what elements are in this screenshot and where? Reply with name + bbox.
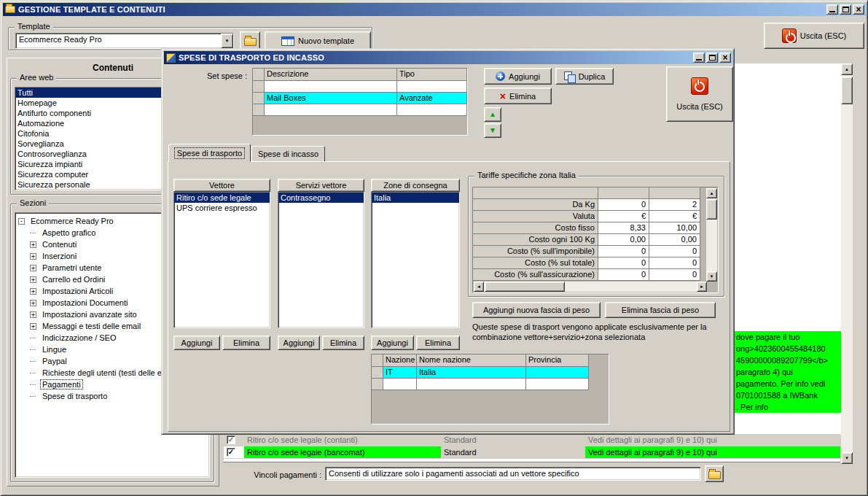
tariffe-value-cell[interactable]: 8,33 bbox=[598, 222, 649, 234]
tree-collapse-icon[interactable]: - bbox=[18, 218, 25, 225]
column-header-descrizione[interactable]: Descrizione bbox=[265, 69, 397, 81]
set-descrizione-cell[interactable]: Mail Boxes bbox=[265, 93, 397, 104]
zone-listbox[interactable]: Italia bbox=[371, 192, 460, 328]
zone-aggiungi-button[interactable]: Aggiungi bbox=[371, 336, 414, 350]
tariffe-vscrollbar[interactable]: ▲ ▼ bbox=[706, 188, 717, 282]
tree-expand-icon[interactable]: + bbox=[30, 288, 36, 295]
checkbox-checked-icon[interactable]: ✓ bbox=[227, 448, 235, 457]
scroll-right-button[interactable]: ► bbox=[697, 282, 707, 292]
dialog-close-button[interactable]: × bbox=[719, 53, 731, 63]
scroll-thumb[interactable] bbox=[841, 77, 853, 104]
dialog-exit-button[interactable]: Uscita (ESC) bbox=[666, 66, 733, 122]
set-spese-grid[interactable]: Descrizione Tipo Mail Boxes Avanzate bbox=[252, 68, 468, 136]
tariffe-value-cell[interactable]: € bbox=[649, 211, 700, 222]
close-button[interactable]: × bbox=[853, 4, 864, 15]
maximize-button[interactable] bbox=[840, 4, 851, 15]
main-exit-button[interactable]: Uscita (ESC) bbox=[764, 23, 864, 49]
tariffe-value-cell[interactable]: 0,00 bbox=[649, 234, 700, 246]
tariffe-value-cell[interactable]: 0 bbox=[649, 269, 700, 281]
provincia-cell[interactable] bbox=[526, 367, 589, 379]
tariffe-hscrollbar[interactable]: ◄ ► bbox=[474, 282, 707, 292]
column-header-tipo[interactable]: Tipo bbox=[397, 69, 467, 81]
zone-elimina-button[interactable]: Elimina bbox=[416, 336, 460, 350]
row-selector-cell bbox=[253, 104, 265, 116]
tree-expand-icon[interactable]: + bbox=[30, 265, 36, 271]
tariffe-value-cell[interactable]: 0 bbox=[598, 269, 649, 281]
scroll-thumb[interactable] bbox=[706, 199, 717, 220]
dialog-maximize-button[interactable] bbox=[706, 53, 718, 63]
zone-column-header[interactable]: Zone di consegna bbox=[371, 179, 460, 192]
tree-expand-icon[interactable]: + bbox=[30, 311, 36, 318]
tree-expand-icon[interactable]: + bbox=[30, 276, 36, 283]
nazione-cell[interactable]: IT bbox=[383, 367, 417, 379]
servizi-aggiungi-button[interactable]: Aggiungi bbox=[278, 336, 320, 350]
aggiungi-fascia-button[interactable]: Aggiungi nuova fascia di peso bbox=[472, 302, 601, 318]
vettore-aggiungi-button[interactable]: Aggiungi bbox=[173, 336, 220, 350]
scroll-down-button[interactable]: ▼ bbox=[706, 271, 717, 282]
tariffe-value-cell[interactable]: 0 bbox=[649, 257, 700, 269]
minimize-button[interactable] bbox=[826, 4, 838, 15]
template-dropdown[interactable]: Ecommerce Ready Pro ▼ bbox=[15, 33, 234, 49]
servizi-item[interactable]: Contrassegno bbox=[278, 193, 364, 203]
tariffe-value-cell[interactable]: 0,00 bbox=[598, 234, 649, 246]
tariffe-value-cell[interactable]: 0 bbox=[649, 246, 700, 257]
vincoli-field[interactable]: Consenti di utilizzare solo i pagamenti … bbox=[325, 467, 701, 481]
empty-cell bbox=[265, 104, 397, 116]
vertical-scrollbar[interactable]: ▲ ▼ bbox=[841, 63, 853, 464]
tab-spese-di-trasporto[interactable]: Spese di trasporto bbox=[168, 144, 251, 162]
nome-nazione-cell[interactable]: Italia bbox=[417, 367, 526, 379]
elimina-fascia-button[interactable]: Elimina fascia di peso bbox=[605, 302, 716, 318]
zone-item[interactable]: Italia bbox=[372, 193, 459, 203]
payment-row-checkbox-cell: ✓ bbox=[224, 446, 244, 458]
move-up-button[interactable]: ▲ bbox=[484, 107, 501, 122]
tariffe-value-cell[interactable]: 10,00 bbox=[649, 222, 700, 234]
tariffe-value-cell[interactable]: 0 bbox=[598, 199, 649, 211]
vettore-column-header[interactable]: Vettore bbox=[173, 179, 270, 192]
tree-expand-icon[interactable]: + bbox=[30, 253, 36, 260]
scroll-left-button[interactable]: ◄ bbox=[474, 282, 484, 292]
checkbox-checked-icon[interactable]: ✓ bbox=[227, 435, 235, 444]
tariffe-value-cell[interactable]: 0 bbox=[598, 246, 649, 257]
tariffe-value-cell[interactable]: 0 bbox=[598, 257, 649, 269]
tree-expand-icon[interactable]: + bbox=[30, 300, 36, 306]
scroll-thumb[interactable] bbox=[485, 282, 565, 292]
move-down-button[interactable]: ▼ bbox=[484, 123, 501, 138]
column-header-nazione[interactable]: Nazione bbox=[383, 354, 417, 367]
tariffe-value-cell[interactable]: € bbox=[598, 211, 649, 222]
vincoli-folder-button[interactable] bbox=[705, 465, 724, 482]
tree-expand-icon[interactable]: + bbox=[30, 323, 36, 330]
set-tipo-cell[interactable]: Avanzate bbox=[397, 93, 467, 104]
main-titlebar[interactable]: GESTIONE TEMPLATE E CONTENUTI × bbox=[3, 3, 867, 16]
vettore-item[interactable]: Ritiro c/o sede legale bbox=[174, 193, 270, 203]
scroll-up-button[interactable]: ▲ bbox=[706, 188, 717, 198]
column-header-provincia[interactable]: Provincia bbox=[526, 354, 589, 367]
empty-cell bbox=[265, 81, 397, 93]
dialog-minimize-button[interactable] bbox=[693, 53, 705, 63]
vettore-item[interactable]: UPS corriere espresso bbox=[174, 203, 270, 213]
row-selector-cell[interactable] bbox=[372, 367, 383, 379]
payment-row[interactable]: ✓ Ritiro c/o sede legale (bancomat) Stan… bbox=[224, 446, 840, 458]
tariffe-row: Costo (% sul totale)00 bbox=[473, 257, 718, 269]
servizi-elimina-button[interactable]: Elimina bbox=[322, 336, 364, 350]
servizi-column-header[interactable]: Servizi vettore bbox=[278, 179, 364, 192]
nazioni-grid[interactable]: Nazione Nome nazione Provincia IT Italia bbox=[371, 354, 609, 425]
tree-expand-icon[interactable]: + bbox=[30, 241, 36, 248]
chevron-down-icon[interactable]: ▼ bbox=[221, 34, 233, 48]
duplica-button[interactable]: Duplica bbox=[555, 68, 614, 85]
aggiungi-set-button[interactable]: Aggiungi bbox=[484, 68, 552, 85]
vettore-elimina-button[interactable]: Elimina bbox=[222, 336, 270, 350]
row-selector-cell[interactable] bbox=[253, 93, 265, 104]
set-grid-selected-row[interactable]: Mail Boxes Avanzate bbox=[253, 93, 467, 104]
column-header-nome-nazione[interactable]: Nome nazione bbox=[417, 354, 526, 367]
nazioni-selected-row[interactable]: IT Italia bbox=[372, 367, 609, 379]
servizi-listbox[interactable]: Contrassegno bbox=[278, 192, 364, 328]
scroll-down-button[interactable]: ▼ bbox=[841, 452, 853, 464]
dialog-titlebar[interactable]: SPESE DI TRASPORTO ED INCASSO × bbox=[164, 51, 733, 64]
tariffe-grid[interactable]: Da Kg02Valuta€€Costo fisso8,3310,00Costo… bbox=[472, 187, 719, 293]
payment-row[interactable]: ✓ Ritiro c/o sede legale (contanti) Stan… bbox=[224, 434, 840, 446]
vettore-listbox[interactable]: Ritiro c/o sede legaleUPS corriere espre… bbox=[173, 192, 270, 328]
tab-spese-di-incasso[interactable]: Spese di incasso bbox=[251, 146, 325, 162]
elimina-set-button[interactable]: × Elimina bbox=[484, 88, 552, 104]
tariffe-value-cell[interactable]: 2 bbox=[649, 199, 700, 211]
scroll-up-button[interactable]: ▲ bbox=[841, 63, 853, 75]
